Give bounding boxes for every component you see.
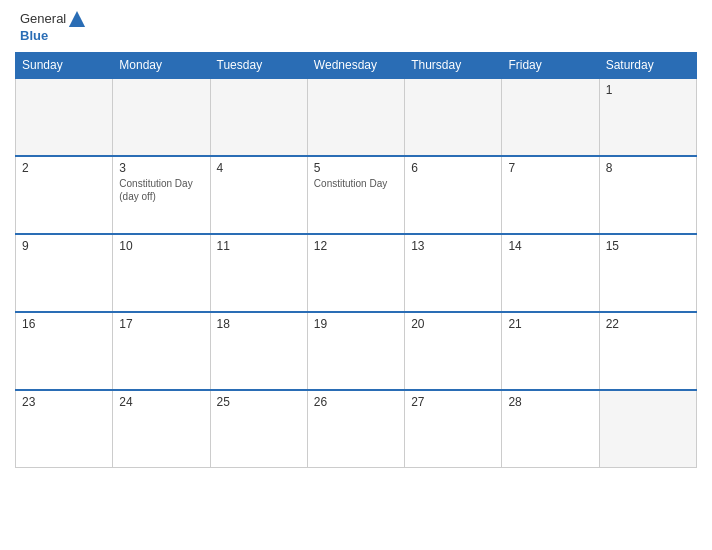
day-of-week-thursday: Thursday <box>405 52 502 78</box>
logo-blue: Blue <box>20 28 48 44</box>
calendar-cell: 27 <box>405 390 502 468</box>
day-of-week-sunday: Sunday <box>16 52 113 78</box>
day-of-week-wednesday: Wednesday <box>307 52 404 78</box>
calendar-cell: 19 <box>307 312 404 390</box>
day-number: 22 <box>606 317 690 331</box>
day-number: 6 <box>411 161 495 175</box>
day-number: 1 <box>606 83 690 97</box>
event-text: Constitution Day <box>314 177 398 190</box>
day-number: 2 <box>22 161 106 175</box>
day-number: 13 <box>411 239 495 253</box>
day-number: 17 <box>119 317 203 331</box>
day-number: 28 <box>508 395 592 409</box>
calendar-cell <box>405 78 502 156</box>
day-number: 14 <box>508 239 592 253</box>
calendar-cell: 8 <box>599 156 696 234</box>
day-number: 8 <box>606 161 690 175</box>
logo: General Blue <box>20 10 86 44</box>
calendar-table: SundayMondayTuesdayWednesdayThursdayFrid… <box>15 52 697 469</box>
day-number: 16 <box>22 317 106 331</box>
day-number: 7 <box>508 161 592 175</box>
day-number: 25 <box>217 395 301 409</box>
calendar-cell: 10 <box>113 234 210 312</box>
calendar-cell <box>307 78 404 156</box>
calendar-header: SundayMondayTuesdayWednesdayThursdayFrid… <box>16 52 697 78</box>
day-number: 24 <box>119 395 203 409</box>
svg-marker-0 <box>69 11 85 27</box>
calendar-cell: 4 <box>210 156 307 234</box>
calendar-cell: 1 <box>599 78 696 156</box>
calendar-body: 123Constitution Day(day off)45Constituti… <box>16 78 697 468</box>
day-number: 4 <box>217 161 301 175</box>
calendar-cell: 21 <box>502 312 599 390</box>
calendar-cell: 25 <box>210 390 307 468</box>
calendar-cell <box>210 78 307 156</box>
calendar-cell: 2 <box>16 156 113 234</box>
day-number: 18 <box>217 317 301 331</box>
calendar-cell <box>599 390 696 468</box>
calendar-cell: 11 <box>210 234 307 312</box>
calendar-cell: 28 <box>502 390 599 468</box>
calendar-cell: 23 <box>16 390 113 468</box>
day-number: 9 <box>22 239 106 253</box>
day-number: 3 <box>119 161 203 175</box>
calendar-cell: 17 <box>113 312 210 390</box>
day-number: 27 <box>411 395 495 409</box>
calendar-week-3: 9101112131415 <box>16 234 697 312</box>
day-number: 15 <box>606 239 690 253</box>
calendar-cell: 20 <box>405 312 502 390</box>
calendar-cell: 18 <box>210 312 307 390</box>
calendar-cell <box>16 78 113 156</box>
calendar-cell: 5Constitution Day <box>307 156 404 234</box>
calendar-cell: 24 <box>113 390 210 468</box>
event-text: (day off) <box>119 190 203 203</box>
calendar-cell: 12 <box>307 234 404 312</box>
calendar-cell: 14 <box>502 234 599 312</box>
calendar-week-5: 232425262728 <box>16 390 697 468</box>
day-of-week-saturday: Saturday <box>599 52 696 78</box>
event-text: Constitution Day <box>119 177 203 190</box>
calendar-cell <box>113 78 210 156</box>
day-of-week-monday: Monday <box>113 52 210 78</box>
calendar-cell: 9 <box>16 234 113 312</box>
day-of-week-tuesday: Tuesday <box>210 52 307 78</box>
calendar-cell: 7 <box>502 156 599 234</box>
day-number: 26 <box>314 395 398 409</box>
day-number: 20 <box>411 317 495 331</box>
day-number: 12 <box>314 239 398 253</box>
calendar-cell: 26 <box>307 390 404 468</box>
days-of-week-row: SundayMondayTuesdayWednesdayThursdayFrid… <box>16 52 697 78</box>
calendar-cell <box>502 78 599 156</box>
calendar-cell: 13 <box>405 234 502 312</box>
calendar-week-4: 16171819202122 <box>16 312 697 390</box>
calendar-cell: 15 <box>599 234 696 312</box>
header: General Blue <box>15 10 697 44</box>
day-number: 10 <box>119 239 203 253</box>
calendar-cell: 16 <box>16 312 113 390</box>
day-number: 19 <box>314 317 398 331</box>
day-number: 11 <box>217 239 301 253</box>
logo-icon <box>68 10 86 28</box>
day-of-week-friday: Friday <box>502 52 599 78</box>
calendar-cell: 3Constitution Day(day off) <box>113 156 210 234</box>
calendar-cell: 6 <box>405 156 502 234</box>
day-number: 21 <box>508 317 592 331</box>
calendar-cell: 22 <box>599 312 696 390</box>
day-number: 23 <box>22 395 106 409</box>
calendar-week-1: 1 <box>16 78 697 156</box>
calendar-week-2: 23Constitution Day(day off)45Constitutio… <box>16 156 697 234</box>
logo-general: General <box>20 11 66 27</box>
day-number: 5 <box>314 161 398 175</box>
page: General Blue SundayMondayTuesdayWednesda… <box>0 0 712 550</box>
